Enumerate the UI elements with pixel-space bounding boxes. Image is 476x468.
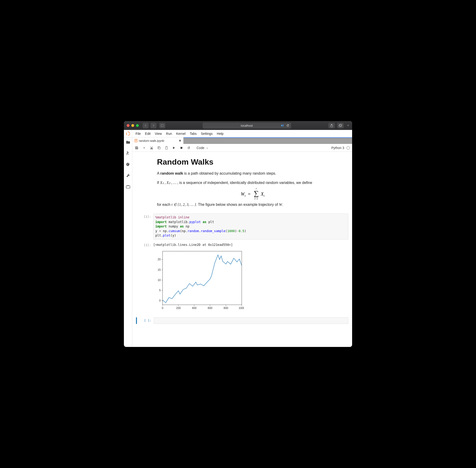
menu-tabs[interactable]: Tabs bbox=[190, 132, 197, 135]
notebook-content[interactable]: Random Walks A random walk is a path obt… bbox=[132, 152, 352, 347]
code-cell-1[interactable]: [1]: %matplotlib inline import matplotli… bbox=[136, 214, 348, 240]
back-button[interactable] bbox=[143, 123, 149, 128]
palette-icon[interactable] bbox=[126, 162, 130, 167]
paragraph-2: If X₁ , X₂ , … , is a sequence of indepe… bbox=[157, 180, 348, 186]
left-sidebar bbox=[124, 137, 132, 347]
menu-file[interactable]: File bbox=[135, 132, 141, 135]
menu-run[interactable]: Run bbox=[166, 132, 172, 135]
svg-text:200: 200 bbox=[176, 307, 181, 310]
menu-items: File Edit View Run Kernel Tabs Settings … bbox=[132, 130, 227, 137]
svg-point-6 bbox=[127, 151, 128, 152]
menu-settings[interactable]: Settings bbox=[201, 132, 213, 135]
maximize-window-button[interactable] bbox=[136, 124, 139, 127]
forward-button[interactable] bbox=[150, 123, 156, 128]
svg-rect-21 bbox=[163, 251, 242, 305]
paste-button[interactable] bbox=[164, 146, 169, 149]
tabs-button[interactable] bbox=[337, 123, 344, 128]
svg-rect-0 bbox=[161, 125, 164, 127]
new-tab-button[interactable]: + bbox=[346, 123, 350, 128]
notebook-tab[interactable]: random-walk.ipynb bbox=[132, 137, 183, 144]
svg-point-7 bbox=[127, 164, 127, 164]
equation: Wt = t∑i=1 Xi bbox=[157, 189, 348, 198]
code-input-1[interactable]: %matplotlib inline import matplotlib.pyp… bbox=[153, 214, 348, 240]
paragraph-3: for each t ∈ {1, 2, 3, … }. The figure b… bbox=[157, 202, 348, 207]
svg-rect-4 bbox=[340, 124, 342, 126]
svg-rect-3 bbox=[339, 125, 341, 127]
address-text: localhost bbox=[241, 124, 253, 127]
paragraph-1: A random walk is a path obtained by accu… bbox=[157, 171, 348, 176]
menu-kernel[interactable]: Kernel bbox=[176, 132, 185, 135]
cell-type-select[interactable]: Code bbox=[196, 146, 209, 150]
tab-title: random-walk.ipynb bbox=[139, 139, 164, 143]
markdown-cell[interactable]: Random Walks A random walk is a path obt… bbox=[136, 157, 348, 214]
tab-bar: random-walk.ipynb bbox=[132, 137, 352, 144]
menu-help[interactable]: Help bbox=[217, 132, 223, 135]
in-prompt-1: [1]: bbox=[136, 214, 153, 240]
empty-code-input[interactable] bbox=[154, 317, 348, 324]
svg-rect-10 bbox=[126, 186, 130, 188]
active-cell-indicator bbox=[136, 317, 137, 324]
svg-text:0: 0 bbox=[162, 307, 164, 310]
notebook-toolbar: ＋ Code Python 3 bbox=[132, 144, 352, 152]
reload-icon[interactable] bbox=[286, 124, 289, 127]
wrench-icon[interactable] bbox=[126, 173, 130, 178]
empty-prompt: [ ]: bbox=[137, 317, 154, 324]
audio-icon[interactable] bbox=[281, 124, 284, 127]
out-prompt-1: [1]: bbox=[136, 242, 153, 312]
unsaved-indicator-icon bbox=[179, 140, 181, 142]
close-window-button[interactable] bbox=[127, 124, 130, 127]
svg-text:400: 400 bbox=[192, 307, 196, 310]
svg-rect-17 bbox=[158, 147, 160, 149]
menu-edit[interactable]: Edit bbox=[145, 132, 151, 135]
svg-rect-20 bbox=[180, 147, 182, 149]
jupyter-menubar: File Edit View Run Kernel Tabs Settings … bbox=[124, 130, 352, 137]
kernel-name[interactable]: Python 3 bbox=[331, 146, 344, 150]
empty-code-cell[interactable]: [ ]: bbox=[136, 317, 348, 324]
svg-text:5: 5 bbox=[159, 289, 161, 292]
share-button[interactable] bbox=[328, 123, 335, 128]
output-text: [<matplotlib.lines.Line2D at 0x121ead550… bbox=[153, 242, 348, 249]
svg-point-8 bbox=[128, 163, 128, 164]
address-bar[interactable]: localhost bbox=[203, 122, 291, 129]
svg-text:600: 600 bbox=[208, 307, 212, 310]
main-area: random-walk.ipynb ＋ Code Python 3 bbox=[132, 137, 352, 347]
jupyter-logo[interactable] bbox=[124, 130, 132, 137]
sidebar-toggle-button[interactable] bbox=[159, 123, 165, 128]
save-button[interactable] bbox=[134, 146, 139, 149]
svg-text:1000: 1000 bbox=[239, 307, 244, 310]
svg-rect-13 bbox=[135, 141, 137, 141]
file-browser-icon[interactable] bbox=[126, 140, 130, 144]
svg-text:800: 800 bbox=[223, 307, 228, 310]
svg-rect-19 bbox=[166, 146, 167, 147]
svg-text:0: 0 bbox=[159, 299, 161, 302]
svg-text:20: 20 bbox=[158, 258, 161, 261]
output-plot: 0510152002004006008001000 bbox=[153, 249, 348, 312]
add-cell-button[interactable]: ＋ bbox=[142, 146, 146, 150]
restart-button[interactable] bbox=[187, 146, 191, 149]
output-cell-1: [1]: [<matplotlib.lines.Line2D at 0x121e… bbox=[136, 242, 348, 312]
svg-text:10: 10 bbox=[158, 278, 161, 282]
running-icon[interactable] bbox=[126, 151, 130, 156]
run-button[interactable] bbox=[172, 146, 176, 149]
svg-point-5 bbox=[126, 132, 130, 135]
minimize-window-button[interactable] bbox=[131, 124, 134, 127]
heading: Random Walks bbox=[157, 157, 348, 166]
svg-rect-12 bbox=[135, 140, 137, 140]
safari-titlebar: localhost + bbox=[124, 121, 352, 130]
kernel-status-icon bbox=[346, 146, 350, 149]
safari-window: localhost + File bbox=[124, 121, 352, 347]
svg-point-9 bbox=[127, 165, 127, 165]
copy-button[interactable] bbox=[157, 146, 161, 149]
notebook-icon bbox=[134, 139, 137, 142]
cut-button[interactable] bbox=[149, 146, 154, 149]
menu-view[interactable]: View bbox=[155, 132, 162, 135]
tabs-icon[interactable] bbox=[126, 184, 130, 189]
window-controls bbox=[127, 124, 139, 127]
stop-button[interactable] bbox=[179, 147, 183, 149]
svg-text:15: 15 bbox=[158, 268, 161, 271]
svg-rect-18 bbox=[165, 147, 167, 149]
